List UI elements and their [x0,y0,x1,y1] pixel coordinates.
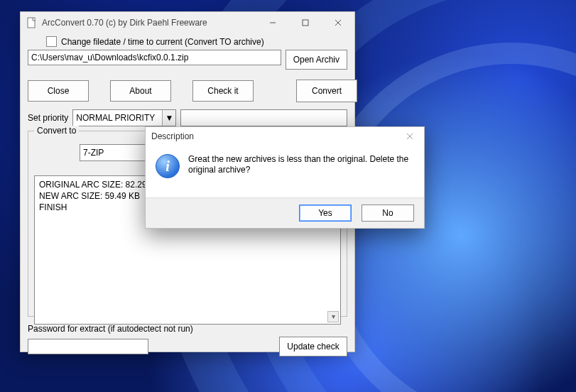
priority-selected: NORMAL PRIORITY [76,113,155,123]
change-filedate-checkbox[interactable] [46,36,57,47]
dialog-yes-button[interactable]: Yes [299,205,352,222]
dialog-title: Description [151,131,194,141]
chevron-down-icon: ▼ [162,110,175,126]
open-archiv-button[interactable]: Open Archiv [286,50,347,70]
password-input[interactable] [28,339,148,354]
archive-path-input[interactable]: C:\Users\mav_u\Downloads\kcfix0.0.1.zip [28,50,281,65]
priority-select[interactable]: NORMAL PRIORITY ▼ [72,109,176,126]
description-dialog: Description i Great the new archives is … [145,126,425,229]
window-title: ArcConvert 0.70 (c) by Dirk Paehl Freewa… [42,18,256,28]
check-it-button[interactable]: Check it [192,80,254,102]
titlebar[interactable]: ArcConvert 0.70 (c) by Dirk Paehl Freewa… [21,12,354,33]
close-button[interactable]: Close [28,80,89,102]
scroll-down-icon[interactable]: ▾ [327,311,339,322]
convert-to-title: Convert to [34,126,79,136]
convert-button[interactable]: Convert [296,80,357,102]
app-icon [26,17,38,28]
update-check-button[interactable]: Update check [279,337,347,356]
minimize-button[interactable] [256,12,289,33]
info-icon: i [156,154,180,178]
about-button[interactable]: About [110,80,171,102]
change-filedate-label: Change filedate / time to current (Conve… [61,37,264,47]
priority-label: Set priority [28,113,68,123]
maximize-button[interactable] [289,12,322,33]
format-selected: 7-ZIP [83,148,104,158]
priority-extra-field[interactable] [180,109,347,126]
close-window-button[interactable] [322,12,354,33]
dialog-titlebar[interactable]: Description [146,127,424,146]
password-label: Password for extract (if autodectect not… [28,324,347,334]
dialog-no-button[interactable]: No [362,205,414,222]
dialog-close-button[interactable] [401,129,418,143]
dialog-message: Great the new archives is less than the … [188,151,414,197]
svg-rect-0 [28,18,35,28]
svg-rect-2 [303,20,308,26]
